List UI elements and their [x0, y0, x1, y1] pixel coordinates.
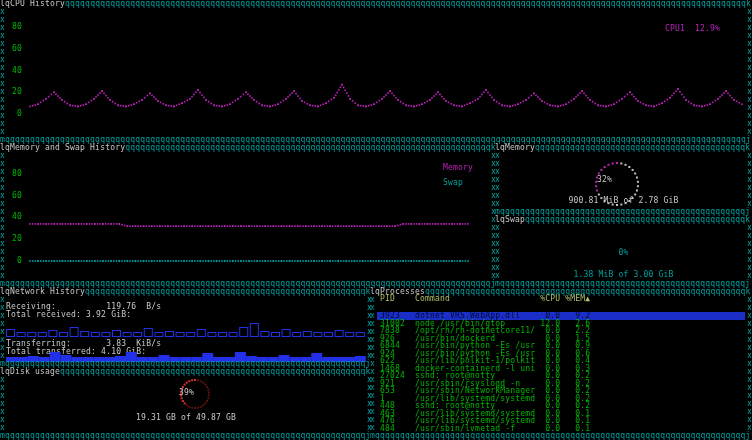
process-table-header: PID Command %CPU %MEM▲ — [380, 295, 590, 303]
memory-swap-history-panel: Memory Swap lqMemory and Swap Historyqqq… — [0, 144, 496, 288]
cpu-history-panel: CPU1 12.9% lqCPU Historyqqqqqqqqqqqqqqqq… — [0, 0, 752, 144]
swap-panel: 0% 1.38 MiB of 3.00 GiB lqSwapqqqqqqqqqq… — [495, 216, 752, 288]
legend-swap: Swap — [443, 179, 463, 187]
legend-memory: Memory — [443, 164, 473, 172]
panel-border-left: x x x x x x x — [495, 224, 500, 280]
memory-usage-text: 900.81 MiB of 2.78 GiB — [495, 197, 752, 205]
y-tick-label: 0 — [2, 110, 22, 118]
memory-swap-history-chart — [0, 144, 496, 288]
y-tick-label: 40 — [2, 213, 22, 221]
cpu-history-chart — [0, 0, 752, 144]
panel-border-top: lqSwapqqqqqqqqqqqqqqqqqqqqqqqqqqqqqqqqqq… — [495, 216, 750, 224]
panel-border-top: lqDisk usageqqqqqqqqqqqqqqqqqqqqqqqqqqqq… — [0, 368, 370, 376]
process-table: 3923 dotnet VRS.WebApp.dll 0.0 9.231002 … — [370, 312, 752, 434]
panel-border-left: x x x x x x x — [495, 152, 500, 208]
panel-border-top: lqCPU Historyqqqqqqqqqqqqqqqqqqqqqqqqqqq… — [0, 0, 751, 8]
y-tick-label: 20 — [2, 235, 22, 243]
y-tick-label: 60 — [2, 192, 22, 200]
panel-border-right: x x x x x x x — [747, 224, 752, 280]
y-tick-label: 40 — [2, 67, 22, 75]
memory-percent: 32% — [597, 176, 612, 184]
y-tick-label: 20 — [2, 88, 22, 96]
terminal-screen: CPU1 12.9% lqCPU Historyqqqqqqqqqqqqqqqq… — [0, 0, 752, 440]
disk-percent: 39% — [179, 389, 194, 397]
memory-panel: 32% 900.81 MiB of 2.78 GiB lqMemoryqqqqq… — [495, 144, 752, 216]
panel-border-top: lqProcessesqqqqqqqqqqqqqqqqqqqqqqqqqqqqq… — [370, 288, 751, 296]
swap-percent: 0% — [495, 249, 752, 257]
panel-border-right: x x x x x x x — [747, 152, 752, 208]
y-tick-label: 60 — [2, 45, 22, 53]
panel-border-right: x x x x x x x x x x x x x x x x — [747, 8, 752, 136]
panel-border-left: x x x x x x x x x x x x x x x x x — [370, 296, 375, 432]
disk-usage-text: 19.31 GB of 49.87 GB — [0, 414, 372, 422]
processes-panel: PID Command %CPU %MEM▲ 3923 dotnet VRS.W… — [370, 288, 752, 440]
panel-border-right: x x x x x x x x x x x x x x x x x — [747, 296, 752, 432]
panel-border-top: lqMemory and Swap Historyqqqqqqqqqqqqqqq… — [0, 144, 496, 152]
receiving-chart — [6, 318, 366, 338]
y-tick-label: 80 — [2, 23, 22, 31]
y-tick-label: 0 — [2, 257, 22, 265]
disk-usage-panel: 39% 19.31 GB of 49.87 GB lqDisk usageqqq… — [0, 368, 372, 440]
y-tick-label: 80 — [2, 170, 22, 178]
panel-border-bottom: mqqqqqqqqqqqqqqqqqqqqqqqqqqqqqqqqqqqqqqq… — [0, 432, 370, 440]
panel-border-left: x x x x x x x x — [0, 296, 5, 360]
panel-border-top: lqMemoryqqqqqqqqqqqqqqqqqqqqqqqqqqqqqqqq… — [495, 144, 750, 152]
swap-usage-text: 1.38 MiB of 3.00 GiB — [495, 271, 752, 279]
panel-border-left: x x x x x x x — [0, 376, 5, 432]
panel-border-top: lqNetwork Historyqqqqqqqqqqqqqqqqqqqqqqq… — [0, 288, 370, 296]
cpu-usage-label: CPU1 12.9% — [665, 25, 720, 33]
panel-border-bottom: mqqqqqqqqqqqqqqqqqqqqqqqqqqqqqqqqqqqqqqq… — [370, 432, 751, 440]
network-history-panel: Receiving: 119.76 B/s Total received: 3.… — [0, 288, 372, 368]
